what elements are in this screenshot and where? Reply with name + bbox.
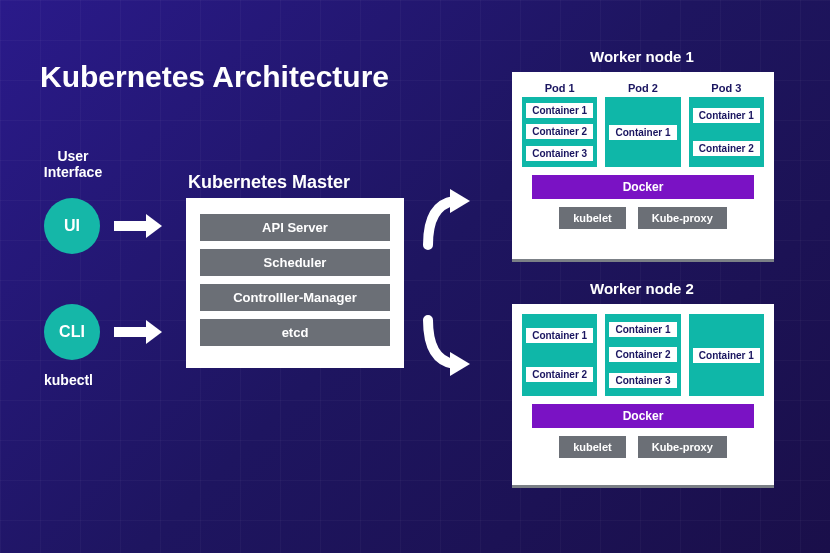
svg-marker-0 [450, 189, 470, 213]
master-component-api-server: API Server [200, 214, 390, 241]
container-cell: Container 1 [526, 328, 593, 343]
worker1-pod1: Pod 1 Container 1 Container 2 Container … [522, 82, 597, 167]
arrow-master-to-worker1 [420, 185, 470, 255]
master-component-etcd: etcd [200, 319, 390, 346]
worker2-services: kubelet Kube-proxy [522, 436, 764, 458]
kubectl-label: kubectl [44, 372, 93, 388]
container-cell: Container 1 [526, 103, 593, 118]
container-cell: Container 1 [693, 348, 760, 363]
cli-circle-label: CLI [59, 323, 85, 341]
user-interface-text: User Interface [44, 148, 102, 180]
container-cell: Container 3 [526, 146, 593, 161]
worker2-docker: Docker [532, 404, 754, 428]
worker1-pod3-title: Pod 3 [689, 82, 764, 94]
container-cell: Container 3 [609, 373, 676, 388]
worker2-title: Worker node 2 [590, 280, 694, 297]
worker-node-1: Pod 1 Container 1 Container 2 Container … [512, 72, 774, 262]
ui-circle: UI [44, 198, 100, 254]
container-cell: Container 2 [526, 367, 593, 382]
worker-node-2: Container 1 Container 2 Container 1 Cont… [512, 304, 774, 488]
kubernetes-master: API Server Scheduler Controlller-Manager… [186, 198, 404, 368]
container-cell: Container 1 [609, 125, 676, 140]
worker1-kubelet: kubelet [559, 207, 626, 229]
worker2-pods-row: Container 1 Container 2 Container 1 Cont… [522, 314, 764, 396]
container-cell: Container 2 [693, 141, 760, 156]
container-cell: Container 1 [609, 322, 676, 337]
master-component-controller-manager: Controlller-Manager [200, 284, 390, 311]
worker2-pod2: Container 1 Container 2 Container 3 [605, 314, 680, 396]
master-component-scheduler: Scheduler [200, 249, 390, 276]
worker2-kube-proxy: Kube-proxy [638, 436, 727, 458]
worker1-services: kubelet Kube-proxy [522, 207, 764, 229]
arrow-cli-to-master [114, 320, 162, 344]
arrow-master-to-worker2 [420, 310, 470, 380]
worker1-pods-row: Pod 1 Container 1 Container 2 Container … [522, 82, 764, 167]
diagram-title: Kubernetes Architecture [40, 60, 389, 94]
master-title: Kubernetes Master [188, 172, 350, 193]
worker1-kube-proxy: Kube-proxy [638, 207, 727, 229]
container-cell: Container 2 [526, 124, 593, 139]
ui-circle-label: UI [64, 217, 80, 235]
container-cell: Container 1 [693, 108, 760, 123]
user-interface-label: User Interface [38, 148, 108, 180]
worker1-pod2-title: Pod 2 [605, 82, 680, 94]
worker2-pod3: Container 1 [689, 314, 764, 396]
worker2-kubelet: kubelet [559, 436, 626, 458]
arrow-ui-to-master [114, 214, 162, 238]
svg-marker-1 [450, 352, 470, 376]
worker1-pod2: Pod 2 Container 1 [605, 82, 680, 167]
container-cell: Container 2 [609, 347, 676, 362]
worker1-docker: Docker [532, 175, 754, 199]
worker1-title: Worker node 1 [590, 48, 694, 65]
cli-circle: CLI [44, 304, 100, 360]
worker1-pod3: Pod 3 Container 1 Container 2 [689, 82, 764, 167]
worker2-pod1: Container 1 Container 2 [522, 314, 597, 396]
worker1-pod1-title: Pod 1 [522, 82, 597, 94]
